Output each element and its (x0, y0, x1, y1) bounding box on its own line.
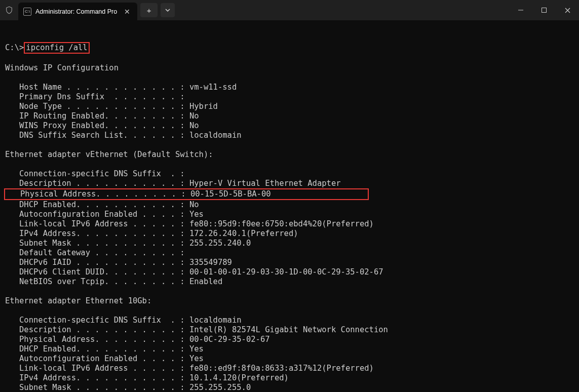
adapter2-ipv4: IPv4 Address. . . . . . . . . . . : 10.1… (5, 373, 289, 382)
adapter1-conn-suffix: Connection-specific DNS Suffix . : (5, 169, 185, 178)
titlebar: C:\ Administrator: Command Pro ✕ + (0, 0, 579, 20)
ip-routing-line: IP Routing Enabled. . . . . . . . : No (5, 111, 199, 121)
adapter1-description: Description . . . . . . . . . . . : Hype… (5, 179, 341, 188)
adapter1-netbios: NetBIOS over Tcpip. . . . . . . . : Enab… (5, 277, 222, 286)
adapter1-autoconfig: Autoconfiguration Enabled . . . . : Yes (5, 210, 204, 219)
active-tab[interactable]: C:\ Administrator: Command Pro ✕ (18, 3, 137, 20)
adapter2-subnet: Subnet Mask . . . . . . . . . . . : 255.… (5, 383, 251, 392)
adapter2-autoconfig: Autoconfiguration Enabled . . . . : Yes (5, 354, 204, 363)
wins-proxy-line: WINS Proxy Enabled. . . . . . . . : No (5, 121, 199, 130)
adapter1-link-local-ipv6: Link-local IPv6 Address . . . . . : fe80… (5, 219, 374, 228)
svg-rect-1 (542, 8, 547, 13)
entered-command: ipconfig /all (24, 42, 89, 54)
prompt-cwd: C:\> (5, 43, 24, 52)
dns-suffix-list-line: DNS Suffix Search List. . . . . . : loca… (5, 131, 242, 140)
window-controls (509, 0, 579, 20)
node-type-line: Node Type . . . . . . . . . . . . : Hybr… (5, 102, 218, 111)
adapter1-dhcpv6-iaid: DHCPv6 IAID . . . . . . . . . . . : 3355… (5, 258, 232, 267)
cmd-prompt-icon: C:\ (23, 8, 31, 16)
adapter1-ipv4: IPv4 Address. . . . . . . . . . . : 172.… (5, 229, 298, 238)
adapter2-link-local-ipv6: Link-local IPv6 Address . . . . . : fe80… (5, 364, 374, 373)
maximize-button[interactable] (532, 0, 556, 20)
minimize-button[interactable] (509, 0, 532, 20)
new-tab-button[interactable]: + (140, 3, 158, 17)
adapter2-description: Description . . . . . . . . . . . : Inte… (5, 325, 388, 334)
adapter1-dhcp-enabled: DHCP Enabled. . . . . . . . . . . : No (5, 200, 199, 209)
tab-title: Administrator: Command Pro (35, 8, 117, 15)
adapter2-title: Ethernet adapter Ethernet 10Gb: (5, 296, 151, 305)
primary-dns-suffix-line: Primary Dns Suffix . . . . . . . : (5, 92, 185, 101)
adapter2-physical-address: Physical Address. . . . . . . . . : 00-0… (5, 335, 270, 344)
adapter2-dhcp-enabled: DHCP Enabled. . . . . . . . . . . : Yes (5, 344, 204, 354)
adapter1-gateway: Default Gateway . . . . . . . . . : (5, 248, 185, 257)
adapter1-subnet: Subnet Mask . . . . . . . . . . . : 255.… (5, 239, 251, 248)
host-name-line: Host Name . . . . . . . . . . . . : vm-w… (5, 83, 237, 92)
adapter1-physical-address: Physical Address. . . . . . . . . : 00-1… (4, 188, 369, 200)
shield-icon (0, 0, 18, 20)
section-header: Windows IP Configuration (5, 63, 119, 72)
adapter2-conn-suffix: Connection-specific DNS Suffix . : local… (5, 316, 242, 325)
close-tab-button[interactable]: ✕ (121, 7, 133, 17)
tab-dropdown-button[interactable] (161, 3, 175, 17)
adapter1-title: Ethernet adapter vEthernet (Default Swit… (5, 150, 213, 159)
terminal-output[interactable]: C:\>ipconfig /all Windows IP Configurati… (0, 20, 579, 392)
adapter1-dhcpv6-duid: DHCPv6 Client DUID. . . . . . . . : 00-0… (5, 267, 383, 277)
close-window-button[interactable] (556, 0, 579, 20)
